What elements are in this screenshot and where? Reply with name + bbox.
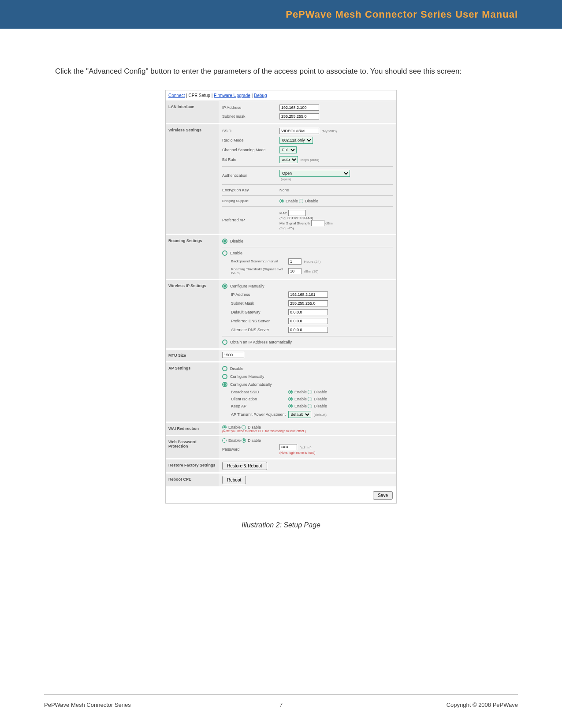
ap-manual-radio[interactable] [222,374,227,379]
mtu-input[interactable] [222,352,244,358]
ap-auto-radio[interactable] [222,382,227,387]
nav-cpe: CPE Setup [188,93,210,98]
wip-auto-label: Obtain an IP Address automatically [230,340,292,344]
mtu-section: MTU Size [166,350,396,362]
mac-label: MAC [279,211,287,215]
reboot-section: Reboot CPE Reboot [166,474,396,488]
auth-note: (open) [281,177,291,181]
restore-title: Restore Factory Settings [166,459,219,472]
ap-section: AP Settings Disable Configure Manually C… [166,362,396,423]
min-sig-label: Min Signal Strength [279,221,310,225]
header-title: PePWave Mesh Connector Series User Manua… [286,9,518,20]
intro-text: Click the "Advanced Config" button to en… [55,66,507,77]
bssid-disable-radio[interactable] [308,390,312,394]
iso-disable-radio[interactable] [308,397,312,401]
enc-label: Encryption Key [222,188,279,192]
wireless-title: Wireless Settings [166,124,219,234]
wai-section: WAI Redirection Enable Disable (Note: yo… [166,423,396,436]
roaming-enable-radio[interactable] [222,250,227,256]
wip-mask-input[interactable] [288,300,328,306]
mac-eg: (e.g. 00116E1014A0) [279,216,313,220]
mac-input[interactable] [288,210,306,216]
bitrate-select[interactable]: auto [279,156,298,163]
mtu-title: MTU Size [166,350,219,361]
roaming-section: Roaming Settings Disable Enable Backgrou… [166,235,396,280]
radio-select[interactable]: 802.11a only [279,137,313,144]
lan-mask-input[interactable] [279,113,319,119]
pw-label: Password [222,447,279,452]
page-content: Click the "Advanced Config" button to en… [0,29,562,529]
ssid-input[interactable] [279,128,319,134]
restore-button[interactable]: Restore & Reboot [222,462,267,470]
ap-manual-label: Configure Manually [230,374,264,379]
wip-dns1-input[interactable] [288,318,328,324]
roaming-title: Roaming Settings [166,235,219,279]
bssid-label: Broadcast SSID [231,390,288,394]
save-button[interactable]: Save [373,491,393,500]
scan-select[interactable]: Full [279,146,297,153]
wip-auto-radio[interactable] [222,340,227,345]
reboot-button[interactable]: Reboot [222,476,246,484]
iso-enable-radio[interactable] [288,397,293,401]
keep-disable-radio[interactable] [308,404,312,408]
wip-manual-radio[interactable] [222,284,227,289]
restore-section: Restore Factory Settings Restore & Reboo… [166,459,396,474]
pw-input[interactable] [279,444,297,450]
wireless-section: Wireless Settings SSID (MySSID) Radio Mo… [166,124,396,235]
bridge-enable-radio[interactable] [279,199,284,203]
pw-note2: (Note: login name is 'root') [279,451,315,454]
wip-ip-label: IP Address [231,292,288,297]
bridge-disable-radio[interactable] [299,199,303,203]
ssid-note: (MySSID) [322,129,337,133]
ap-disable-label: Disable [230,366,243,371]
pw-note: (admin) [300,445,312,449]
webpw-title: Web Password Protection [166,436,219,458]
wip-manual-label: Configure Manually [230,284,264,288]
wip-dns1-label: Preferred DNS Server [231,319,288,323]
thr-input[interactable] [288,268,301,274]
wip-gw-input[interactable] [288,309,328,315]
wai-disable-radio[interactable] [242,425,246,429]
nav-debug[interactable]: Debug [254,93,267,98]
wip-title: Wireless IP Settings [166,280,219,348]
lan-section: LAN Interface IP Address Subnet mask [166,101,396,124]
keep-enable-radio[interactable] [288,404,293,408]
bg-input[interactable] [288,258,301,265]
lan-title: LAN Interface [166,101,219,123]
nav-connect[interactable]: Connect [168,93,185,98]
bridge-disable-label: Disable [305,199,318,203]
keep-label: Keep AP [231,404,288,408]
thr-note: dBm (10) [304,269,319,273]
roaming-disable-radio[interactable] [222,239,227,244]
ap-disable-radio[interactable] [222,366,227,371]
page-number: 7 [0,702,562,708]
auth-select[interactable]: Open [279,170,350,177]
webpw-enable-radio[interactable] [222,438,227,443]
bssid-enable-radio[interactable] [288,390,293,394]
tx-select[interactable]: default [288,411,311,418]
save-row: Save [166,488,396,503]
wip-dns2-input[interactable] [288,327,328,333]
nav-tabs: Connect | CPE Setup | Firmware Upgrade |… [166,90,396,101]
ap-auto-label: Configure Automatically [230,382,272,387]
wip-dns2-label: Alternate DNS Server [231,328,288,332]
wip-ip-input[interactable] [288,291,328,298]
webpw-disable-radio[interactable] [242,438,246,443]
iso-label: Client Isolation [231,397,288,401]
tx-note: (default) [314,413,327,417]
wip-gw-label: Default Gateway [231,310,288,314]
wai-enable-radio[interactable] [222,425,227,429]
footer-line [44,694,518,695]
min-sig-input[interactable] [311,220,324,226]
roaming-enable-label: Enable [230,251,242,255]
wai-title: WAI Redirection [166,423,219,435]
wai-note: (Note: you need to reboot CPE for this c… [222,429,393,433]
reboot-title: Reboot CPE [166,474,219,486]
lan-ip-input[interactable] [279,105,319,111]
lan-ip-label: IP Address [222,105,279,110]
scan-label: Channel Scanning Mode [222,148,279,152]
nav-firmware[interactable]: Firmware Upgrade [214,93,250,98]
bg-label: Background Scanning Interval [231,259,288,263]
setup-screenshot: Connect | CPE Setup | Firmware Upgrade |… [165,90,397,504]
ssid-label: SSID [222,129,279,133]
